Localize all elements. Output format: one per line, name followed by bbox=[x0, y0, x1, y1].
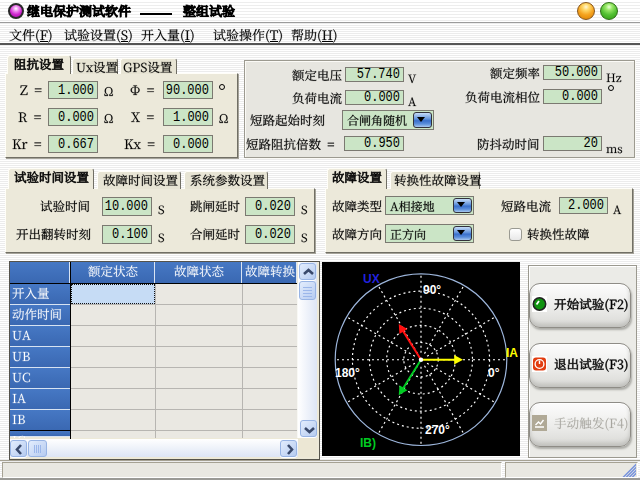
svg-text:IB): IB) bbox=[360, 436, 376, 450]
svg-text:270°: 270° bbox=[425, 423, 450, 437]
svg-text:IA: IA bbox=[506, 346, 518, 360]
svg-text:UX: UX bbox=[363, 272, 380, 286]
svg-text:180°: 180° bbox=[335, 366, 360, 380]
svg-text:0°: 0° bbox=[488, 366, 500, 380]
svg-text:90°: 90° bbox=[423, 283, 441, 297]
